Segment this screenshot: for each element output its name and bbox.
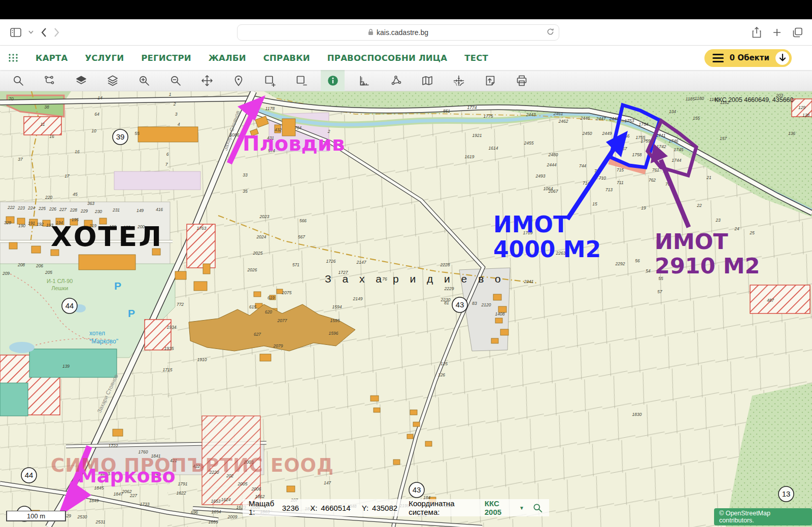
parcel-number: 1775 bbox=[484, 114, 493, 119]
parcel-number: 17 bbox=[64, 173, 70, 179]
parcel-number: 1653 bbox=[211, 499, 221, 504]
nav-item-pravosposobni-litsa[interactable]: ПРАВОСПОСОБНИ ЛИЦА bbox=[327, 53, 448, 63]
back-button[interactable] bbox=[41, 27, 47, 38]
tool-pan-button[interactable] bbox=[195, 70, 219, 91]
svg-text:43: 43 bbox=[413, 485, 421, 494]
map-viewport[interactable]: Захари Стоянов Захари Стоянов 7038111637… bbox=[0, 91, 812, 527]
svg-text:44: 44 bbox=[65, 301, 74, 310]
tool-select-subtract-button[interactable] bbox=[289, 70, 313, 91]
parcel-number: 125 bbox=[441, 361, 448, 366]
parcel-number: 6 bbox=[166, 152, 169, 157]
road-number-badge: 44 bbox=[62, 298, 77, 313]
tool-export-button[interactable] bbox=[478, 70, 502, 91]
tool-coordinate-grid-button[interactable] bbox=[447, 70, 470, 91]
new-tab-icon[interactable] bbox=[772, 28, 782, 37]
tool-layers-outline-button[interactable] bbox=[100, 70, 124, 91]
parcel-number: 1935 bbox=[164, 346, 174, 351]
apps-grid-icon[interactable] bbox=[8, 53, 18, 63]
nav-item-test[interactable]: ТЕСТ bbox=[464, 53, 488, 63]
nav-item-uslugi[interactable]: УСЛУГИ bbox=[85, 53, 124, 63]
nav-item-registri[interactable]: РЕГИСТРИ bbox=[141, 53, 191, 63]
parcel-number: 2462 bbox=[558, 119, 568, 124]
parcel-number: 711 bbox=[617, 180, 624, 185]
crs-dropdown-icon[interactable]: ▼ bbox=[519, 505, 524, 511]
road-number-badge: 43 bbox=[452, 297, 467, 312]
tool-location-pin-button[interactable] bbox=[226, 70, 250, 91]
parcel-number: 2062 bbox=[122, 489, 132, 494]
parcel-number: 713 bbox=[605, 187, 613, 192]
tool-print-button[interactable] bbox=[510, 70, 533, 91]
parcel-number: 1086 bbox=[230, 132, 240, 137]
parcel-number: 1763 bbox=[197, 226, 207, 231]
tool-route-button[interactable] bbox=[38, 70, 61, 91]
parcel-number: 416 bbox=[156, 207, 163, 212]
objects-count-button[interactable]: 0 Обекти bbox=[704, 49, 792, 67]
parcel-number: 744 bbox=[579, 163, 586, 168]
chevron-down-icon[interactable] bbox=[28, 30, 33, 34]
nav-item-zhalbi[interactable]: ЖАЛБИ bbox=[209, 53, 246, 63]
osm-attribution[interactable]: © OpenStreetMap contributors. bbox=[714, 508, 812, 525]
parcel-number: 2006 bbox=[251, 486, 261, 491]
parcel-number: 363 bbox=[87, 201, 94, 206]
parcel-number: 2024 bbox=[256, 234, 266, 239]
share-icon[interactable] bbox=[752, 27, 761, 38]
parcel-number: 2149 bbox=[353, 296, 363, 301]
parcel-number: 1614 bbox=[489, 146, 498, 151]
parcel-number: 7 bbox=[165, 162, 168, 167]
parcel-number: 2023 bbox=[259, 214, 269, 219]
parcel-number: 2531 bbox=[95, 519, 106, 524]
parking-mark: P bbox=[128, 307, 135, 320]
sidebar-toggle-icon[interactable] bbox=[10, 28, 21, 37]
parcel-number: 54 bbox=[646, 268, 651, 273]
parcel-number: 1596 bbox=[329, 331, 339, 336]
tool-zoom-out-button[interactable] bbox=[163, 70, 187, 91]
url-bar[interactable]: kais.cadastre.bg bbox=[237, 24, 559, 41]
parcel-number: 126 bbox=[438, 372, 445, 377]
download-circle-button[interactable] bbox=[775, 51, 789, 65]
parcel-number: 2493 bbox=[535, 173, 546, 179]
reload-icon[interactable] bbox=[547, 28, 554, 36]
tool-zoom-in-button[interactable] bbox=[132, 70, 156, 91]
tab-overview-icon[interactable] bbox=[793, 27, 803, 38]
tool-select-add-button[interactable] bbox=[258, 70, 282, 91]
tool-measure-ruler-button[interactable] bbox=[352, 70, 376, 91]
parcel-number: 1 bbox=[169, 92, 172, 97]
info-icon bbox=[327, 75, 339, 87]
crs-value[interactable]: ККС 2005 bbox=[485, 499, 514, 516]
parcel-number: 2228 bbox=[440, 262, 450, 267]
layers-outline-icon bbox=[107, 75, 119, 87]
zaharidievo-label: З а х а р и д и е в о bbox=[325, 273, 505, 285]
tool-map-sheets-button[interactable] bbox=[415, 70, 439, 91]
parcel-number: 15 bbox=[592, 201, 597, 206]
parcel-number: 2446 bbox=[580, 116, 590, 121]
tool-measure-area-button[interactable] bbox=[384, 70, 408, 91]
parcel-number: 21 bbox=[706, 175, 712, 180]
parcel-number: 1594 bbox=[332, 304, 342, 309]
parcel-number: 1715 bbox=[163, 367, 173, 372]
menu-icon bbox=[713, 54, 724, 62]
tool-layers-filled-button[interactable] bbox=[69, 70, 93, 91]
parcel-number: 38 bbox=[44, 104, 49, 110]
road-number-badge: 39 bbox=[113, 129, 128, 145]
parcel-number: 2229 bbox=[444, 286, 454, 291]
zoom-out-icon bbox=[170, 75, 182, 87]
parcel-number: 190 bbox=[18, 223, 25, 228]
nav-item-karta[interactable]: КАРТА bbox=[36, 53, 67, 63]
tool-info-button[interactable] bbox=[321, 70, 345, 91]
parcel-number: 139 bbox=[62, 364, 70, 369]
statusbar-search-button[interactable] bbox=[532, 503, 543, 513]
parcel-number: 1624 bbox=[221, 497, 231, 502]
parcel-number: 64 bbox=[94, 112, 99, 117]
parcel-number: 1745 bbox=[674, 147, 684, 152]
nav-item-spravki[interactable]: СПРАВКИ bbox=[263, 53, 310, 63]
search-icon bbox=[532, 503, 543, 513]
lock-icon bbox=[368, 28, 374, 37]
parcel-number: 128 bbox=[802, 113, 809, 118]
parcel-number: 1746 bbox=[669, 138, 679, 144]
parcel-number: 1862 bbox=[255, 494, 265, 499]
parcel-number: 230 bbox=[94, 209, 102, 214]
forward-button[interactable] bbox=[54, 27, 60, 38]
road-number-badge: 43 bbox=[409, 482, 424, 498]
tool-search-button[interactable] bbox=[6, 70, 30, 91]
parcel-number: 2079 bbox=[273, 343, 283, 348]
